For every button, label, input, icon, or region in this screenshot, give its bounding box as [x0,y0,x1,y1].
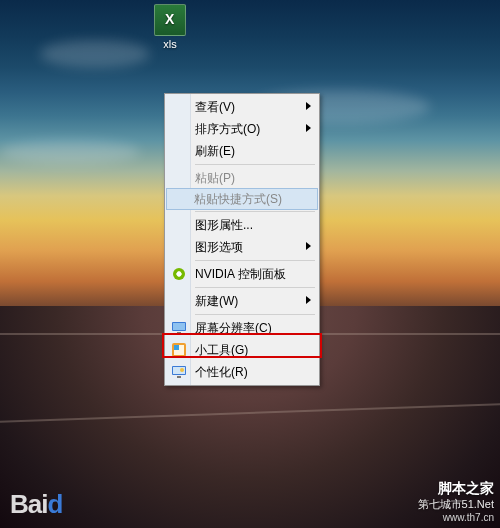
cloud [40,40,150,68]
menu-item-paste: 粘贴(P) [167,167,317,189]
menu-item-sort[interactable]: 排序方式(O) [167,118,317,140]
menu-label: 粘贴(P) [195,170,235,187]
menu-label: 图形选项 [195,239,243,256]
cloud [0,140,140,164]
menu-label: 排序方式(O) [195,121,260,138]
nvidia-icon [171,266,189,282]
menu-label: 粘贴快捷方式(S) [194,191,282,208]
menu-item-gadgets[interactable]: 小工具(G) [167,339,317,361]
submenu-arrow-icon [306,242,311,250]
menu-separator [195,314,315,315]
menu-separator [195,164,315,165]
desktop-context-menu: 查看(V) 排序方式(O) 刷新(E) 粘贴(P) 粘贴快捷方式(S) 图形属性… [164,93,320,386]
menu-item-nvidia[interactable]: NVIDIA 控制面板 [167,263,317,285]
menu-item-graphics-properties[interactable]: 图形属性... [167,214,317,236]
menu-item-screen-resolution[interactable]: 屏幕分辨率(C) [167,317,317,339]
menu-label: 查看(V) [195,99,235,116]
menu-item-personalize[interactable]: 个性化(R) [167,361,317,383]
submenu-arrow-icon [306,102,311,110]
svg-rect-6 [174,345,179,350]
desktop-file-icon[interactable]: xls [150,4,190,50]
watermark-line-1: 脚本之家 [418,480,494,498]
menu-separator [195,211,315,212]
menu-separator [195,260,315,261]
desktop-file-label: xls [150,38,190,50]
menu-item-paste-shortcut: 粘贴快捷方式(S) [166,188,318,210]
brand-accent: d [47,489,62,519]
submenu-arrow-icon [306,124,311,132]
submenu-arrow-icon [306,296,311,304]
menu-item-new[interactable]: 新建(W) [167,290,317,312]
watermark-line-2: 第七城市51.Net [418,498,494,512]
svg-rect-2 [173,323,185,330]
menu-label: 个性化(R) [195,364,248,381]
menu-label: 屏幕分辨率(C) [195,320,272,337]
watermark-line-3: www.th7.cn [418,512,494,525]
watermark-right: 脚本之家 第七城市51.Net www.th7.cn [418,480,494,524]
personalize-icon [171,364,189,380]
svg-rect-10 [177,376,181,378]
gadgets-icon [171,342,189,358]
menu-item-refresh[interactable]: 刷新(E) [167,140,317,162]
svg-point-9 [180,368,184,372]
watermark-left: Baid [10,489,62,520]
menu-label: 新建(W) [195,293,238,310]
menu-separator [195,287,315,288]
menu-item-view[interactable]: 查看(V) [167,96,317,118]
menu-label: 刷新(E) [195,143,235,160]
menu-item-graphics-options[interactable]: 图形选项 [167,236,317,258]
monitor-icon [171,320,189,336]
svg-rect-3 [177,332,181,334]
menu-label: NVIDIA 控制面板 [195,266,286,283]
brand-prefix: Bai [10,489,47,519]
excel-file-icon [154,4,186,36]
menu-label: 图形属性... [195,217,253,234]
menu-label: 小工具(G) [195,342,248,359]
